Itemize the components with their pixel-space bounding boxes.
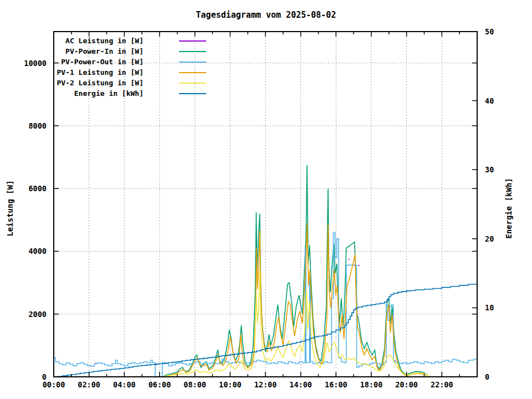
x-tick-label: 06:00	[149, 380, 171, 389]
x-tick-label: 16:00	[325, 380, 347, 389]
legend-label: PV-Power-Out in [W]	[61, 58, 144, 66]
y1-tick-label: 8000	[28, 121, 47, 130]
y-axis-label-right: Energie [kWh]	[504, 164, 513, 253]
y1-tick-label: 2000	[28, 310, 47, 319]
y2-tick-label: 40	[485, 96, 494, 105]
x-tick-label: 00:00	[43, 380, 65, 389]
legend: AC Leistung in [W]PV-Power-In in [W]PV-P…	[57, 37, 206, 98]
y2-tick-label: 20	[485, 234, 494, 243]
chart-title: Tagesdiagramm vom 2025-08-02	[0, 10, 532, 20]
y1-tick-label: 0	[42, 372, 47, 381]
y2-tick-label: 0	[485, 372, 489, 381]
y-axis-label-left: Leistung [W]	[6, 164, 14, 253]
x-tick-label: 14:00	[289, 380, 312, 389]
series-line-pv-power-in-in-w-	[161, 165, 429, 377]
x-tick-label: 10:00	[219, 380, 242, 389]
plot-svg: 00:0002:0004:0006:0008:0010:0012:0014:00…	[0, 0, 532, 399]
legend-label: AC Leistung in [W]	[65, 37, 144, 45]
y2-tick-label: 10	[485, 303, 494, 312]
legend-label: PV-1 Leistung in [W]	[57, 68, 144, 76]
chart: Tagesdiagramm vom 2025-08-02 Leistung [W…	[0, 0, 532, 399]
y1-tick-label: 6000	[28, 184, 47, 193]
x-tick-label: 20:00	[395, 380, 418, 389]
x-tick-label: 12:00	[254, 380, 277, 389]
legend-label: PV-Power-In in [W]	[65, 47, 144, 55]
x-tick-label: 04:00	[113, 380, 136, 389]
legend-label: Energie in [kWh]	[74, 89, 144, 98]
y1-tick-label: 4000	[28, 247, 47, 255]
y2-tick-label: 30	[485, 165, 494, 174]
x-tick-label: 02:00	[78, 380, 100, 389]
x-tick-label: 22:00	[431, 380, 453, 389]
legend-label: PV-2 Leistung in [W]	[57, 79, 144, 87]
x-tick-label: 18:00	[360, 380, 383, 389]
y1-tick-label: 10000	[24, 59, 47, 68]
y2-tick-label: 50	[485, 27, 494, 36]
x-tick-label: 08:00	[183, 380, 206, 389]
